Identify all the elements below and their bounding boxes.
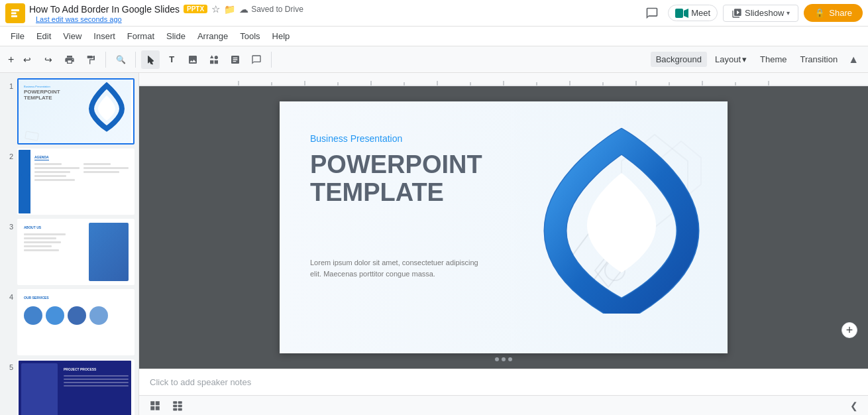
folder-icon[interactable]: 📁 (224, 4, 235, 15)
svg-rect-0 (11, 9, 19, 11)
slide-num-3: 3 (4, 219, 13, 231)
slide-title: POWERPOINT TEMPLATE (310, 151, 482, 207)
meet-button[interactable]: Meet (668, 5, 718, 21)
slide-img-5[interactable]: PROJECT PROCESS (17, 359, 135, 415)
toolbar-sep-2 (135, 52, 136, 68)
slide-thumb-1[interactable]: 1 Business Presentation POWERPOINTTEMPLA… (4, 78, 135, 145)
slide-thumb-4[interactable]: 4 OUR SERVICES (4, 289, 135, 355)
svg-rect-25 (173, 401, 177, 404)
print-button[interactable] (60, 50, 79, 69)
transition-button[interactable]: Transition (795, 52, 843, 67)
select-tool-button[interactable] (141, 50, 160, 69)
line-tool-button[interactable] (226, 50, 244, 69)
share-label: Share (829, 8, 852, 18)
header-right: Meet Slideshow ▾ 🔒 Share (641, 3, 863, 24)
svg-rect-3 (675, 9, 683, 18)
comments-button[interactable] (641, 3, 663, 24)
slide-dots-indicator (494, 353, 514, 363)
shape-tool-button[interactable] (205, 50, 223, 69)
bottom-bar: ❮ (139, 395, 868, 415)
slide-panel: 1 Business Presentation POWERPOINTTEMPLA… (0, 73, 139, 415)
slide-num-2: 2 (4, 148, 13, 160)
redo-button[interactable]: ↪ (39, 50, 58, 69)
title-section: How To Add Border In Google Slides PPTX … (29, 3, 637, 23)
theme-button[interactable]: Theme (755, 52, 792, 67)
last-edit-link[interactable]: Last edit was seconds ago (36, 15, 637, 23)
zoom-plus-button[interactable]: + (841, 322, 857, 338)
toolbar-sep-3 (271, 52, 272, 68)
slide-num-5: 5 (4, 359, 13, 371)
svg-rect-28 (178, 404, 182, 407)
toggle-panel-button[interactable]: ❮ (847, 398, 861, 413)
menu-file[interactable]: File (5, 29, 30, 43)
svg-rect-2 (11, 15, 17, 17)
image-tool-button[interactable] (184, 50, 202, 69)
slide-img-3[interactable]: ABOUT US (17, 219, 135, 285)
menu-bar: File Edit View Insert Format Slide Arran… (0, 27, 868, 46)
slide-num-1: 1 (4, 78, 13, 90)
paint-format-button[interactable] (81, 50, 100, 69)
svg-rect-30 (178, 408, 182, 410)
menu-tools[interactable]: Tools (235, 29, 265, 43)
canvas-area[interactable]: Business Presentation POWERPOINT TEMPLAT… (139, 86, 868, 369)
toolbar-sep-1 (105, 52, 106, 68)
menu-arrange[interactable]: Arrange (192, 29, 233, 43)
slide-background: Business Presentation POWERPOINT TEMPLAT… (280, 101, 728, 353)
slide-num-4: 4 (4, 289, 13, 301)
slideshow-button[interactable]: Slideshow ▾ (723, 5, 798, 22)
svg-rect-27 (173, 404, 177, 407)
blue-diamond-shape (529, 128, 714, 314)
main-area: 1 Business Presentation POWERPOINTTEMPLA… (0, 73, 868, 415)
layout-chevron: ▾ (742, 54, 747, 64)
menu-format[interactable]: Format (122, 29, 160, 43)
speaker-notes-placeholder: Click to add speaker notes (150, 377, 251, 387)
horizontal-ruler (139, 73, 868, 86)
add-slide-button[interactable]: + (7, 50, 15, 69)
lock-icon: 🔒 (814, 8, 825, 18)
workspace: Business Presentation POWERPOINT TEMPLAT… (139, 73, 868, 415)
comment-tool-button[interactable] (247, 50, 266, 69)
title-bar: How To Add Border In Google Slides PPTX … (0, 0, 868, 27)
saved-status: ☁ Saved to Drive (239, 4, 303, 15)
star-icon[interactable]: ☆ (211, 3, 220, 15)
svg-rect-29 (173, 408, 177, 410)
view-controls (146, 398, 187, 413)
slide-body: Lorem ipsum dolor sit amet, consectetuer… (310, 257, 478, 279)
layout-button[interactable]: Layout▾ (710, 52, 752, 67)
pptx-badge: PPTX (184, 5, 207, 13)
slide-img-1[interactable]: Business Presentation POWERPOINTTEMPLATE (17, 78, 135, 145)
textbox-tool-button[interactable]: T (162, 50, 181, 69)
slide-canvas[interactable]: Business Presentation POWERPOINT TEMPLAT… (280, 101, 728, 353)
slide-subtitle: Business Presentation (310, 133, 402, 144)
slideshow-label: Slideshow (745, 8, 784, 18)
slide-img-2[interactable]: AGENDA (17, 148, 135, 215)
collapse-toolbar-button[interactable]: ▲ (845, 51, 861, 68)
menu-help[interactable]: Help (267, 29, 296, 43)
app-logo (5, 3, 25, 23)
toolbar-right: Background Layout▾ Theme Transition ▲ (651, 51, 861, 68)
svg-marker-4 (684, 9, 688, 18)
svg-rect-1 (11, 12, 17, 14)
doc-title[interactable]: How To Add Border In Google Slides (29, 4, 180, 15)
menu-edit[interactable]: Edit (31, 29, 56, 43)
menu-slide[interactable]: Slide (161, 29, 191, 43)
share-button[interactable]: 🔒 Share (804, 4, 863, 22)
svg-rect-26 (178, 401, 182, 404)
title-row: How To Add Border In Google Slides PPTX … (29, 3, 637, 15)
slide-thumb-5[interactable]: 5 PROJECT PROCESS (4, 359, 135, 415)
menu-view[interactable]: View (58, 29, 87, 43)
speaker-notes[interactable]: Click to add speaker notes (139, 369, 868, 395)
slide-thumb-3[interactable]: 3 ABOUT US (4, 219, 135, 285)
slide-img-4[interactable]: OUR SERVICES (17, 289, 135, 355)
slideshow-chevron[interactable]: ▾ (787, 9, 790, 17)
undo-button[interactable]: ↩ (18, 50, 36, 69)
toolbar: + ↩ ↪ 🔍 T Background Layout▾ Theme Trans… (0, 46, 868, 73)
meet-label: Meet (691, 8, 710, 18)
slide-thumb-2[interactable]: 2 AGENDA (4, 148, 135, 215)
zoom-out-button[interactable]: 🔍 (111, 50, 130, 69)
menu-insert[interactable]: Insert (88, 29, 121, 43)
grid-view-1-button[interactable] (146, 398, 164, 413)
background-button[interactable]: Background (651, 52, 707, 67)
grid-view-2-button[interactable] (168, 398, 187, 413)
